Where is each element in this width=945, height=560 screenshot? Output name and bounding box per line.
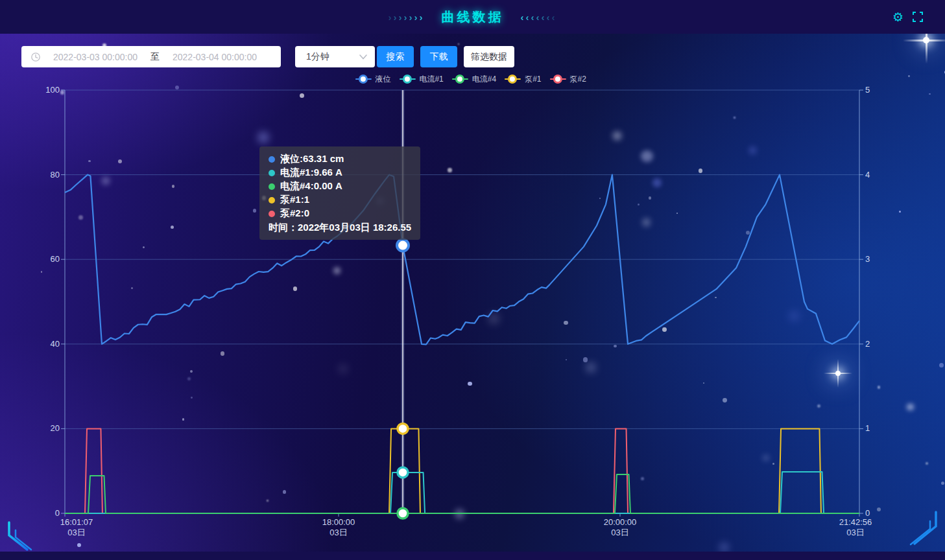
clock-icon bbox=[30, 52, 41, 62]
date-range-picker[interactable]: 2022-03-03 00:00:00 至 2022-03-04 00:00:0… bbox=[21, 46, 281, 67]
series-line-电流#4 bbox=[65, 474, 859, 513]
tooltip-row: 泵#2:0 bbox=[269, 207, 411, 220]
series-dot-icon bbox=[269, 211, 275, 217]
series-line-电流#1 bbox=[65, 472, 859, 513]
tooltip-row: 液位:63.31 cm bbox=[269, 152, 411, 166]
header-arrows-left: ››››››› bbox=[389, 12, 425, 23]
chart-tooltip: 液位:63.31 cm 电流#1:9.66 A 电流#4:0.00 A 泵#1:… bbox=[259, 146, 420, 240]
tooltip-row: 电流#1:9.66 A bbox=[269, 166, 411, 180]
tooltip-time: 时间：2022年03月03日 18:26.55 bbox=[269, 220, 411, 235]
footer-bar bbox=[0, 552, 945, 560]
legend-label: 泵#2 bbox=[570, 74, 586, 85]
legend-label: 液位 bbox=[375, 74, 390, 85]
crosshair-marker bbox=[398, 467, 408, 478]
series-dot-icon bbox=[269, 197, 275, 204]
date-separator: 至 bbox=[143, 51, 167, 63]
date-end-value[interactable]: 2022-03-04 00:00:00 bbox=[167, 52, 263, 62]
legend-line-icon bbox=[355, 78, 371, 80]
legend-item-pump-2[interactable]: 泵#2 bbox=[550, 74, 586, 84]
interval-select-value: 1分钟 bbox=[306, 51, 329, 63]
tooltip-row: 泵#1:1 bbox=[269, 193, 411, 207]
legend-item-liquid-level[interactable]: 液位 bbox=[355, 74, 390, 84]
chart-legend: 液位 电流#1 电流#4 泵#1 泵#2 bbox=[355, 74, 586, 84]
series-line-泵#1 bbox=[65, 428, 859, 513]
series-dot-icon bbox=[269, 156, 275, 163]
series-dot-icon bbox=[269, 183, 275, 190]
filter-data-button[interactable]: 筛选数据 bbox=[464, 46, 514, 67]
download-button[interactable]: 下载 bbox=[420, 46, 457, 67]
header-arrows-right: ‹‹‹‹‹‹‹ bbox=[521, 12, 557, 23]
legend-item-pump-1[interactable]: 泵#1 bbox=[505, 74, 541, 84]
settings-gear-icon[interactable]: ⚙ bbox=[892, 11, 903, 23]
crosshair-marker bbox=[398, 423, 408, 434]
page-title: 曲线数据 bbox=[442, 8, 504, 26]
fullscreen-icon[interactable] bbox=[913, 12, 923, 22]
legend-item-current-4[interactable]: 电流#4 bbox=[452, 74, 496, 84]
legend-label: 电流#4 bbox=[472, 74, 496, 85]
legend-line-icon bbox=[505, 78, 521, 80]
search-button[interactable]: 搜索 bbox=[377, 46, 414, 67]
legend-label: 电流#1 bbox=[419, 74, 443, 85]
legend-item-current-1[interactable]: 电流#1 bbox=[399, 74, 443, 84]
crosshair-marker bbox=[397, 240, 409, 251]
legend-line-icon bbox=[399, 78, 415, 80]
series-line-泵#2 bbox=[65, 428, 859, 513]
header-bar: ››››››› 曲线数据 ‹‹‹‹‹‹‹ bbox=[0, 0, 945, 34]
crosshair-marker bbox=[398, 508, 408, 519]
legend-line-icon bbox=[550, 78, 566, 80]
legend-label: 泵#1 bbox=[525, 74, 541, 85]
date-start-value[interactable]: 2022-03-03 00:00:00 bbox=[47, 52, 143, 62]
series-dot-icon bbox=[269, 170, 275, 176]
tooltip-row: 电流#4:0.00 A bbox=[269, 180, 411, 193]
legend-line-icon bbox=[452, 78, 468, 80]
chevron-down-icon bbox=[359, 54, 367, 60]
interval-select[interactable]: 1分钟 bbox=[295, 46, 375, 67]
